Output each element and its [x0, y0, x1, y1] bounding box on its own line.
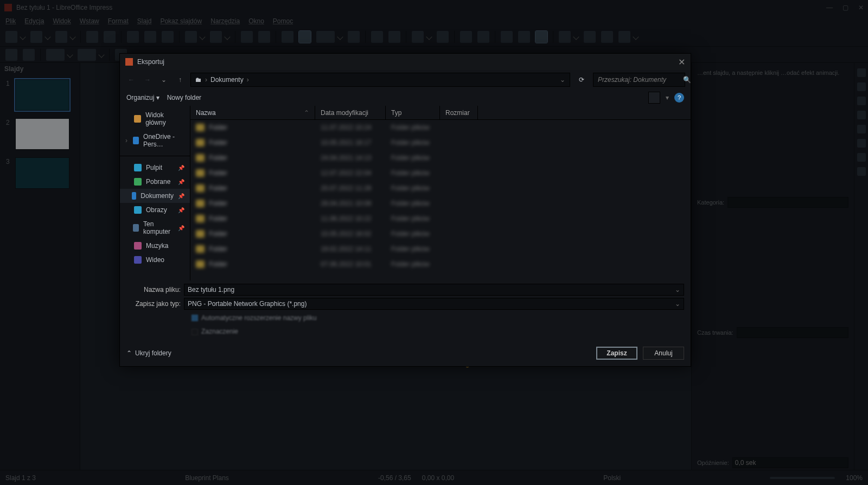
pdf-icon[interactable]	[86, 31, 98, 43]
new-slide-icon[interactable]	[559, 31, 571, 43]
search-icon[interactable]: 🔍	[683, 76, 691, 84]
place-mus[interactable]: Muzyka	[120, 239, 190, 253]
dup-slide-icon[interactable]	[584, 31, 596, 43]
place-cloud[interactable]: › OneDrive - Pers…	[120, 130, 190, 151]
menu-pokaz[interactable]: Pokaz slajdów	[160, 17, 202, 25]
start-icon[interactable]	[371, 31, 383, 43]
place-down[interactable]: Pobrane 📌	[120, 175, 190, 189]
file-row[interactable]: Folder 20.07.2022 11:28 Folder plików	[190, 181, 691, 196]
find-icon[interactable]	[241, 31, 253, 43]
grid-icon[interactable]	[282, 31, 293, 43]
pointer-icon[interactable]	[5, 49, 17, 61]
dropdown-icon[interactable]	[224, 34, 230, 40]
table-icon[interactable]	[412, 31, 424, 43]
duration-field[interactable]	[737, 327, 848, 338]
zoom-slider[interactable]	[770, 477, 835, 479]
place-doc[interactable]: Dokumenty 📌	[120, 189, 190, 203]
help-icon[interactable]: ?	[674, 93, 684, 103]
search-box[interactable]: 🔍	[593, 73, 685, 87]
refresh-icon[interactable]: ⟳	[575, 73, 589, 87]
cut-icon[interactable]	[127, 31, 139, 43]
menu-format[interactable]: Format	[108, 17, 129, 25]
deck-styles-icon[interactable]	[857, 82, 866, 91]
cancel-button[interactable]: Anuluj	[643, 347, 684, 360]
deck-master-icon[interactable]	[857, 167, 866, 176]
new-folder-button[interactable]: Nowy folder	[167, 94, 201, 101]
hide-folders-toggle[interactable]: ⌃Ukryj foldery	[126, 349, 171, 357]
file-row[interactable]: Folder 10.05.2021 18:17 Folder plików	[190, 135, 691, 150]
file-rows[interactable]: Folder 11.07.2022 10:24 Folder plików Fo…	[190, 120, 691, 280]
animation-icon[interactable]	[535, 31, 547, 43]
menu-widok[interactable]: Widok	[53, 17, 71, 25]
col-name[interactable]: Nazwa⌃	[190, 106, 315, 119]
dropdown-icon[interactable]	[633, 34, 639, 40]
menu-wstaw[interactable]: Wstaw	[80, 17, 99, 25]
redo-icon[interactable]	[210, 31, 222, 43]
window-minimize-icon[interactable]: —	[826, 4, 833, 11]
chevron-down-icon[interactable]: ⌄	[675, 300, 680, 308]
save-icon[interactable]	[55, 31, 67, 43]
delay-field[interactable]	[732, 457, 848, 468]
nav-back-icon[interactable]: ←	[125, 74, 137, 86]
search-input[interactable]	[598, 76, 680, 84]
nav-recent-icon[interactable]: ⌄	[158, 74, 170, 86]
start-current-icon[interactable]	[388, 31, 400, 43]
file-row[interactable]: Folder 11.07.2022 10:24 Folder plików	[190, 120, 691, 135]
save-button[interactable]: Zapisz	[596, 347, 637, 360]
spellcheck-icon[interactable]	[258, 31, 270, 43]
menu-slajd[interactable]: Slajd	[137, 17, 152, 25]
master-icon[interactable]	[348, 31, 360, 43]
menu-narzedzia[interactable]: Narzędzia	[210, 17, 240, 25]
file-row[interactable]: Folder 10.05.2022 16:02 Folder plików	[190, 226, 691, 241]
dropdown-icon[interactable]	[69, 34, 75, 40]
savetype-select[interactable]: PNG - Portable Network Graphics (*.png)⌄	[184, 298, 684, 310]
window-close-icon[interactable]: ✕	[858, 4, 864, 11]
deck-navigator-icon[interactable]	[857, 111, 866, 119]
line-color[interactable]	[46, 49, 65, 61]
file-row[interactable]: Folder 19.02.2022 14:11 Folder plików	[190, 241, 691, 257]
close-icon[interactable]: ✕	[678, 57, 685, 67]
chart-icon[interactable]	[460, 31, 472, 43]
menu-pomoc[interactable]: Pomoc	[273, 17, 293, 25]
del-slide-icon[interactable]	[601, 31, 613, 43]
textbox-icon[interactable]	[477, 31, 489, 43]
place-img[interactable]: Obrazy 📌	[120, 203, 190, 217]
view-select[interactable]	[316, 31, 335, 43]
dropdown-icon[interactable]	[426, 34, 432, 40]
col-date[interactable]: Data modyfikacji	[315, 106, 386, 119]
dropdown-icon[interactable]	[20, 34, 25, 40]
selection-checkbox[interactable]	[192, 329, 198, 335]
dropdown-icon[interactable]	[98, 52, 104, 58]
crumb-dokumenty[interactable]: Dokumenty	[210, 76, 244, 84]
file-row[interactable]: Folder 24.04.2021 14:13 Folder plików	[190, 150, 691, 165]
file-row[interactable]: Folder 28.04.2021 10:08 Folder plików	[190, 196, 691, 211]
dropdown-icon[interactable]	[337, 34, 343, 40]
slide-thumb-3[interactable]: 3	[15, 157, 69, 189]
nav-up-icon[interactable]: ↑	[174, 74, 186, 86]
place-desk[interactable]: Pulpit 📌	[120, 161, 190, 175]
file-row[interactable]: Folder 11.06.2022 10:22 Folder plików	[190, 211, 691, 226]
fill-color[interactable]	[78, 49, 96, 61]
snap-icon[interactable]	[299, 31, 311, 43]
menubar[interactable]: Plik Edycja Widok Wstaw Format Slajd Pok…	[0, 15, 868, 27]
print-icon[interactable]	[104, 31, 116, 43]
layout-icon[interactable]	[618, 31, 630, 43]
menu-okno[interactable]: Okno	[248, 17, 264, 25]
auto-ext-checkbox[interactable]	[192, 315, 198, 321]
fontwork-icon[interactable]	[501, 31, 513, 43]
deck-shapes-icon[interactable]	[857, 125, 866, 133]
paste-icon[interactable]	[162, 31, 174, 43]
chevron-down-icon[interactable]: ⌄	[675, 286, 680, 293]
dropdown-icon[interactable]	[67, 52, 73, 58]
category-field[interactable]	[727, 197, 848, 208]
place-vid[interactable]: Wideo	[120, 253, 190, 267]
slide-thumb-1[interactable]: 1	[15, 79, 69, 111]
file-row[interactable]: Folder 07.06.2022 10:01 Folder plików	[190, 257, 691, 272]
chevron-down-icon[interactable]: ▾	[666, 94, 669, 101]
col-size[interactable]: Rozmiar	[440, 106, 478, 119]
menu-edycja[interactable]: Edycja	[24, 17, 44, 25]
open-icon[interactable]	[30, 31, 42, 43]
dropdown-icon[interactable]	[573, 34, 579, 40]
hyperlink-icon[interactable]	[518, 31, 530, 43]
breadcrumb[interactable]: 🖿 › Dokumenty › ⌄	[190, 73, 570, 87]
